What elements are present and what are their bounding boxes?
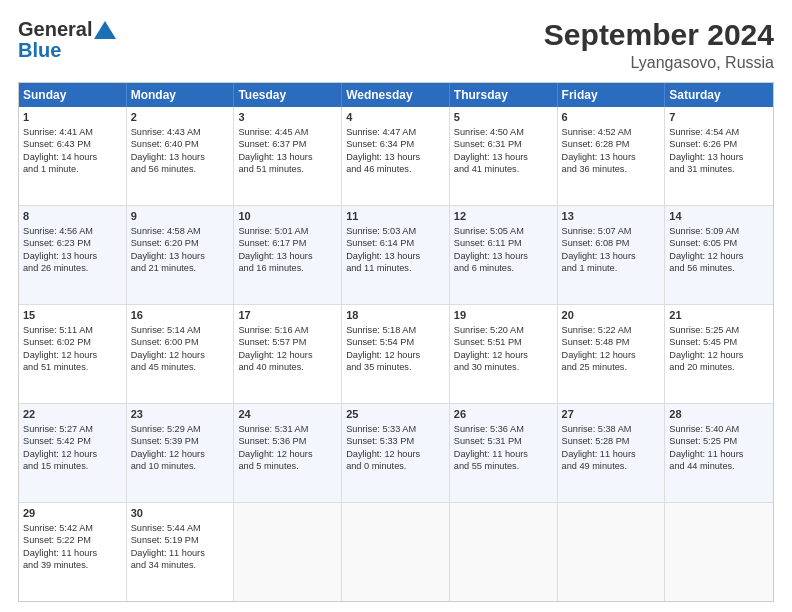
day-number: 12 — [454, 209, 553, 224]
week-row-4: 22Sunrise: 5:27 AM Sunset: 5:42 PM Dayli… — [19, 404, 773, 503]
day-cell: 19Sunrise: 5:20 AM Sunset: 5:51 PM Dayli… — [450, 305, 558, 403]
day-info: Sunrise: 5:31 AM Sunset: 5:36 PM Dayligh… — [238, 424, 312, 471]
day-cell: 17Sunrise: 5:16 AM Sunset: 5:57 PM Dayli… — [234, 305, 342, 403]
day-number: 2 — [131, 110, 230, 125]
day-info: Sunrise: 5:18 AM Sunset: 5:54 PM Dayligh… — [346, 325, 420, 372]
day-info: Sunrise: 5:14 AM Sunset: 6:00 PM Dayligh… — [131, 325, 205, 372]
day-number: 21 — [669, 308, 769, 323]
header: General Blue September 2024 Lyangasovo, … — [18, 18, 774, 72]
logo-icon — [94, 21, 116, 39]
day-info: Sunrise: 5:40 AM Sunset: 5:25 PM Dayligh… — [669, 424, 743, 471]
page: General Blue September 2024 Lyangasovo, … — [0, 0, 792, 612]
day-cell: 10Sunrise: 5:01 AM Sunset: 6:17 PM Dayli… — [234, 206, 342, 304]
svg-marker-0 — [94, 21, 116, 39]
week-row-2: 8Sunrise: 4:56 AM Sunset: 6:23 PM Daylig… — [19, 206, 773, 305]
day-number: 6 — [562, 110, 661, 125]
day-cell — [665, 503, 773, 601]
day-info: Sunrise: 5:42 AM Sunset: 5:22 PM Dayligh… — [23, 523, 97, 570]
logo-blue-text: Blue — [18, 39, 61, 61]
day-number: 19 — [454, 308, 553, 323]
day-cell: 1Sunrise: 4:41 AM Sunset: 6:43 PM Daylig… — [19, 107, 127, 205]
day-cell: 2Sunrise: 4:43 AM Sunset: 6:40 PM Daylig… — [127, 107, 235, 205]
day-number: 26 — [454, 407, 553, 422]
header-monday: Monday — [127, 83, 235, 107]
day-number: 4 — [346, 110, 445, 125]
day-info: Sunrise: 5:20 AM Sunset: 5:51 PM Dayligh… — [454, 325, 528, 372]
day-cell: 30Sunrise: 5:44 AM Sunset: 5:19 PM Dayli… — [127, 503, 235, 601]
day-number: 28 — [669, 407, 769, 422]
header-sunday: Sunday — [19, 83, 127, 107]
title-area: September 2024 Lyangasovo, Russia — [544, 18, 774, 72]
day-cell: 8Sunrise: 4:56 AM Sunset: 6:23 PM Daylig… — [19, 206, 127, 304]
day-cell: 6Sunrise: 4:52 AM Sunset: 6:28 PM Daylig… — [558, 107, 666, 205]
location: Lyangasovo, Russia — [544, 54, 774, 72]
day-number: 16 — [131, 308, 230, 323]
day-cell — [558, 503, 666, 601]
day-number: 27 — [562, 407, 661, 422]
calendar-body: 1Sunrise: 4:41 AM Sunset: 6:43 PM Daylig… — [19, 107, 773, 601]
day-info: Sunrise: 5:07 AM Sunset: 6:08 PM Dayligh… — [562, 226, 636, 273]
day-info: Sunrise: 4:43 AM Sunset: 6:40 PM Dayligh… — [131, 127, 205, 174]
day-number: 1 — [23, 110, 122, 125]
day-number: 22 — [23, 407, 122, 422]
day-cell: 4Sunrise: 4:47 AM Sunset: 6:34 PM Daylig… — [342, 107, 450, 205]
day-cell: 12Sunrise: 5:05 AM Sunset: 6:11 PM Dayli… — [450, 206, 558, 304]
calendar-header: Sunday Monday Tuesday Wednesday Thursday… — [19, 83, 773, 107]
day-cell: 25Sunrise: 5:33 AM Sunset: 5:33 PM Dayli… — [342, 404, 450, 502]
day-info: Sunrise: 5:11 AM Sunset: 6:02 PM Dayligh… — [23, 325, 97, 372]
day-info: Sunrise: 4:45 AM Sunset: 6:37 PM Dayligh… — [238, 127, 312, 174]
day-number: 25 — [346, 407, 445, 422]
day-number: 11 — [346, 209, 445, 224]
day-info: Sunrise: 4:50 AM Sunset: 6:31 PM Dayligh… — [454, 127, 528, 174]
day-number: 5 — [454, 110, 553, 125]
week-row-3: 15Sunrise: 5:11 AM Sunset: 6:02 PM Dayli… — [19, 305, 773, 404]
day-info: Sunrise: 5:44 AM Sunset: 5:19 PM Dayligh… — [131, 523, 205, 570]
day-number: 14 — [669, 209, 769, 224]
day-number: 24 — [238, 407, 337, 422]
day-number: 29 — [23, 506, 122, 521]
day-cell: 23Sunrise: 5:29 AM Sunset: 5:39 PM Dayli… — [127, 404, 235, 502]
day-info: Sunrise: 5:01 AM Sunset: 6:17 PM Dayligh… — [238, 226, 312, 273]
day-cell — [450, 503, 558, 601]
month-title: September 2024 — [544, 18, 774, 52]
header-wednesday: Wednesday — [342, 83, 450, 107]
day-cell: 11Sunrise: 5:03 AM Sunset: 6:14 PM Dayli… — [342, 206, 450, 304]
day-cell: 26Sunrise: 5:36 AM Sunset: 5:31 PM Dayli… — [450, 404, 558, 502]
day-number: 23 — [131, 407, 230, 422]
day-cell: 29Sunrise: 5:42 AM Sunset: 5:22 PM Dayli… — [19, 503, 127, 601]
day-number: 8 — [23, 209, 122, 224]
day-number: 9 — [131, 209, 230, 224]
day-cell: 13Sunrise: 5:07 AM Sunset: 6:08 PM Dayli… — [558, 206, 666, 304]
day-cell: 27Sunrise: 5:38 AM Sunset: 5:28 PM Dayli… — [558, 404, 666, 502]
week-row-5: 29Sunrise: 5:42 AM Sunset: 5:22 PM Dayli… — [19, 503, 773, 601]
day-info: Sunrise: 5:36 AM Sunset: 5:31 PM Dayligh… — [454, 424, 528, 471]
day-info: Sunrise: 4:41 AM Sunset: 6:43 PM Dayligh… — [23, 127, 97, 174]
day-cell: 16Sunrise: 5:14 AM Sunset: 6:00 PM Dayli… — [127, 305, 235, 403]
day-cell: 9Sunrise: 4:58 AM Sunset: 6:20 PM Daylig… — [127, 206, 235, 304]
day-info: Sunrise: 4:47 AM Sunset: 6:34 PM Dayligh… — [346, 127, 420, 174]
day-info: Sunrise: 5:27 AM Sunset: 5:42 PM Dayligh… — [23, 424, 97, 471]
day-cell: 5Sunrise: 4:50 AM Sunset: 6:31 PM Daylig… — [450, 107, 558, 205]
header-tuesday: Tuesday — [234, 83, 342, 107]
day-number: 30 — [131, 506, 230, 521]
day-info: Sunrise: 4:56 AM Sunset: 6:23 PM Dayligh… — [23, 226, 97, 273]
day-number: 17 — [238, 308, 337, 323]
day-number: 10 — [238, 209, 337, 224]
day-info: Sunrise: 5:22 AM Sunset: 5:48 PM Dayligh… — [562, 325, 636, 372]
day-cell — [234, 503, 342, 601]
day-cell: 3Sunrise: 4:45 AM Sunset: 6:37 PM Daylig… — [234, 107, 342, 205]
day-cell: 15Sunrise: 5:11 AM Sunset: 6:02 PM Dayli… — [19, 305, 127, 403]
logo-text: General — [18, 18, 92, 41]
week-row-1: 1Sunrise: 4:41 AM Sunset: 6:43 PM Daylig… — [19, 107, 773, 206]
header-saturday: Saturday — [665, 83, 773, 107]
day-number: 20 — [562, 308, 661, 323]
day-info: Sunrise: 5:03 AM Sunset: 6:14 PM Dayligh… — [346, 226, 420, 273]
day-number: 7 — [669, 110, 769, 125]
day-cell: 28Sunrise: 5:40 AM Sunset: 5:25 PM Dayli… — [665, 404, 773, 502]
day-cell: 7Sunrise: 4:54 AM Sunset: 6:26 PM Daylig… — [665, 107, 773, 205]
header-friday: Friday — [558, 83, 666, 107]
day-info: Sunrise: 4:54 AM Sunset: 6:26 PM Dayligh… — [669, 127, 743, 174]
day-cell: 22Sunrise: 5:27 AM Sunset: 5:42 PM Dayli… — [19, 404, 127, 502]
calendar: Sunday Monday Tuesday Wednesday Thursday… — [18, 82, 774, 602]
day-number: 15 — [23, 308, 122, 323]
